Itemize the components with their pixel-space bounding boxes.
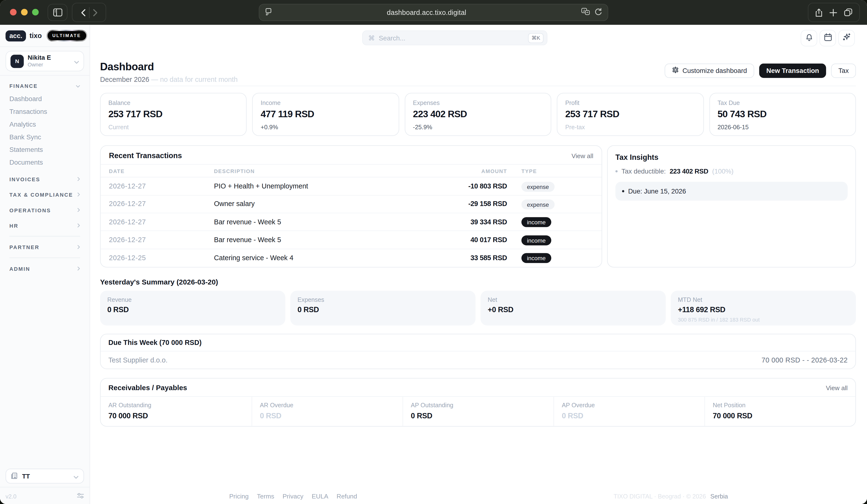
new-transaction-button[interactable]: New Transaction [759,64,826,78]
list-item[interactable]: Test Supplier d.o.o. 70 000 RSD - - 2026… [101,351,855,369]
table-row[interactable]: 2026-12-27 Owner salary -29 158 RSD expe… [101,195,602,213]
cell-label: AP Outstanding [411,402,546,408]
cell-value: 0 RSD [260,412,395,420]
tax-button[interactable]: Tax [831,64,856,78]
transactions-view-all-link[interactable]: View all [571,152,593,159]
stat-value: 223 402 RSD [413,109,543,120]
footer-link-privacy[interactable]: Privacy [282,493,303,500]
bullet-icon [622,190,624,192]
stage: dashboard.acc.tixo.digital A [0,0,867,504]
stat-card-income: Income 477 119 RSD +0.9% [253,93,399,136]
user-menu[interactable]: N Nikita E Owner [6,51,84,71]
divider [0,487,89,487]
new-tab-icon[interactable] [829,9,837,17]
sidebar-section-operations[interactable]: OPERATIONS [4,204,86,217]
close-window-button[interactable] [10,9,17,16]
zoom-window-button[interactable] [32,9,39,16]
table-row[interactable]: 2026-12-27 PIO + Health + Unemployment -… [101,178,602,195]
summary-value: 0 RSD [297,306,468,314]
customize-dashboard-button[interactable]: Customize dashboard [665,64,754,78]
summary-label: MTD Net [678,296,849,303]
sidebar-item-bank-sync[interactable]: Bank Sync [4,130,86,143]
avatar: N [11,54,24,68]
supplier-name: Test Supplier d.o.o. [108,356,168,364]
share-icon[interactable] [815,8,823,17]
stat-sub: +0.9% [260,124,390,130]
sidebar-item-analytics[interactable]: Analytics [4,118,86,130]
sidebar-section-partner[interactable]: PARTNER [4,240,86,254]
footer-link-refund[interactable]: Refund [337,493,357,500]
browser-sidebar-toggle-button[interactable] [47,4,67,21]
summary-card-revenue: Revenue 0 RSD [100,291,286,326]
finance-section-label: FINANCE [9,83,38,89]
translate-icon[interactable]: A [581,8,590,17]
footer-link-eula[interactable]: EULA [312,493,328,500]
cell-label: AP Overdue [562,402,697,408]
summary-label: Net [488,296,659,303]
cell-value: 70 000 RSD [108,412,244,420]
invoices-section-label: INVOICES [9,176,40,182]
minimize-window-button[interactable] [21,9,28,16]
stat-sub: 2026-06-15 [717,124,847,130]
stat-value: 253 717 RSD [565,109,695,120]
footer-link-terms[interactable]: Terms [257,493,274,500]
tab-overview-icon[interactable] [844,8,853,17]
cell-ap-outstanding: AP Outstanding 0 RSD [403,397,554,426]
logo-brand: tixo [30,32,42,40]
forward-button[interactable] [93,9,98,17]
summary-card-mtd-net: MTD Net +118 692 RSD 300 875 RSD in / 18… [671,291,856,326]
chevron-right-icon [77,223,80,229]
operations-section-label: OPERATIONS [9,207,51,213]
url-text[interactable]: dashboard.acc.tixo.digital [272,9,581,17]
sidebar-section-invoices[interactable]: INVOICES [4,172,86,186]
reload-icon[interactable] [595,8,602,17]
cell-value: 0 RSD [411,412,546,420]
deductible-label: Tax deductible: [622,167,666,175]
table-row[interactable]: 2026-12-27 Bar revenue - Week 5 40 017 R… [101,231,602,249]
summary-label: Expenses [297,296,468,303]
due-this-week-card: Due This Week (70 000 RSD) Test Supplier… [100,334,856,369]
browser-nav-buttons [72,3,106,22]
receivables-payables-card: Receivables / Payables View all AR Outst… [100,378,856,427]
footer-link-pricing[interactable]: Pricing [229,493,249,500]
sidebar-item-transactions[interactable]: Transactions [4,105,86,118]
new-transaction-label: New Transaction [766,67,819,75]
divider [100,86,856,86]
main-area: ⌘ Search... ⌘K [90,25,867,504]
col-description: DESCRIPTION [214,168,444,174]
table-row[interactable]: 2026-12-25 Catering service - Week 4 33 … [101,249,602,267]
sidebar-section-hr[interactable]: HR [4,219,86,232]
tx-amount: 33 585 RSD [444,254,522,262]
page-subtitle: December 2026 — no data for current mont… [100,76,238,84]
company-selector[interactable]: TT [6,469,84,483]
col-type: TYPE [522,168,602,174]
address-bar[interactable]: dashboard.acc.tixo.digital A [259,4,608,21]
receivables-view-all-link[interactable]: View all [826,384,848,391]
tx-amount: 40 017 RSD [444,236,522,243]
sidebar-section-finance[interactable]: FINANCE [4,79,86,92]
sidebar-item-statements[interactable]: Statements [4,143,86,156]
type-badge-income: income [522,253,551,263]
tax-due-note-text: Due: June 15, 2026 [628,187,686,195]
sidebar-item-dashboard[interactable]: Dashboard [4,92,86,105]
footer-country: Serbia [710,493,728,500]
table-row[interactable]: 2026-12-27 Bar revenue - Week 5 39 334 R… [101,213,602,231]
plan-badge-ultimate: ULTIMATE [46,30,87,41]
preferences-icon[interactable] [77,492,84,500]
stat-label: Income [260,99,390,106]
logo-acc-badge: acc. [6,30,26,41]
sidebar-section-admin[interactable]: ADMIN [4,262,86,275]
back-button[interactable] [81,9,85,17]
page-format-icon[interactable] [265,8,272,17]
customize-dashboard-label: Customize dashboard [683,67,747,75]
tx-amount: -10 803 RSD [444,183,522,190]
summary-value: +0 RSD [488,306,659,314]
sidebar-item-documents[interactable]: Documents [4,156,86,168]
sidebar-section-tax-compliance[interactable]: TAX & COMPLIANCE [4,188,86,201]
type-badge-income: income [522,217,551,227]
summary-value: 0 RSD [107,306,278,314]
stat-label: Tax Due [717,99,847,106]
sidebar-toggle-icon [53,8,62,17]
cell-value: 0 RSD [562,412,697,420]
recent-transactions-card: Recent Transactions View all DATE DESCRI… [100,145,602,267]
